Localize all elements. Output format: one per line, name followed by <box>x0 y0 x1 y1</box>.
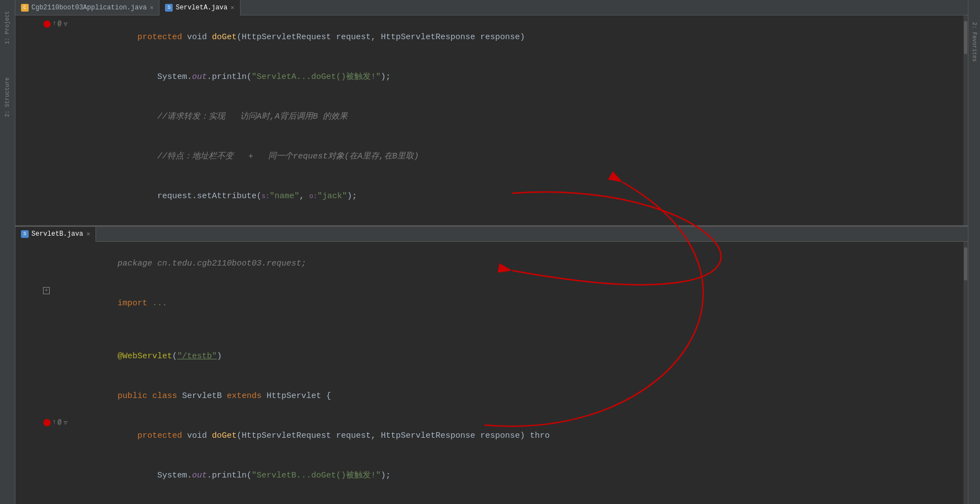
method-doget-1: doGet <box>212 33 237 42</box>
code-area-bottom: package cn.tedu.cgb2110boot03.request; +… <box>15 242 968 504</box>
tab-servleta-label: ServletA.java <box>175 4 227 12</box>
fold-marker-b2[interactable]: + <box>43 287 50 294</box>
code-close-1: ) <box>520 33 525 42</box>
tab-servletb-close[interactable]: ✕ <box>87 230 90 237</box>
code-space-b6: void <box>182 431 212 441</box>
out-keyword-b7: out <box>192 471 207 480</box>
servletb-file-icon: S <box>21 230 29 238</box>
tab-servleta-close[interactable]: ✕ <box>231 4 235 11</box>
code-paren-b6: (HttpServletRequest <box>237 431 336 441</box>
code-httpservlet-b5: HttpServlet { <box>267 391 331 401</box>
line-1: ⬤ ↑ @ ▽ protected void doGet(HttpServlet… <box>15 18 968 57</box>
code-indent-b6 <box>118 431 137 441</box>
code-close-b4: ) <box>217 352 222 361</box>
line-code-b4: @WebServlet("/testb") <box>68 337 963 376</box>
classname-b5: ServletB <box>182 391 227 401</box>
code-system-2: System. <box>118 72 192 82</box>
line-code-4: //特点：地址栏不变 + 同一个request对象(在A里存,在B里取) <box>68 137 963 177</box>
fold-icon-1[interactable]: ▽ <box>63 20 67 28</box>
import-ellipsis-b2: ... <box>152 299 167 308</box>
line-code-b2: import ... <box>68 284 963 323</box>
servleta-file-icon: S <box>165 4 173 12</box>
param-s-5: s: <box>262 193 269 200</box>
code-request-5: request.setAttribute( <box>118 192 262 201</box>
annotation-val-b4: "/testb" <box>177 352 217 361</box>
java-file-icon: C <box>21 4 29 12</box>
line-icons-b2: + <box>43 287 68 294</box>
method-doget-b6: doGet <box>212 431 237 441</box>
line-code-5: request.setAttribute(s:"name", o:"jack")… <box>68 177 963 216</box>
line-b6: ⬤ ↑ @ ▽ protected void doGet(HttpServlet… <box>15 416 968 456</box>
scrollbar-bottom[interactable] <box>963 242 968 504</box>
pane-divider <box>15 225 968 227</box>
param-response-1: response <box>480 33 520 42</box>
code-package-b1: package cn.tedu.cgb2110boot03.request; <box>118 259 306 268</box>
fold-icon-b6[interactable]: ▽ <box>63 419 67 426</box>
tab-cgb-application[interactable]: C Cgb2110boot03Application.java ✕ <box>15 0 159 15</box>
run-icon-b6[interactable]: ↑ <box>52 418 56 426</box>
string-jack-5: "jack" <box>317 192 347 201</box>
code-close-2: ); <box>381 72 391 82</box>
kw-class-b5: class <box>152 391 182 401</box>
code-paren-1: (HttpServletRequest <box>237 33 336 42</box>
line-code-b8: //获取A中存好的数据 <box>68 496 963 504</box>
line-2: System.out.println("ServletA...doGet()被触… <box>15 57 968 97</box>
scrollbar-thumb-top <box>964 21 967 54</box>
sidebar-label-favorites[interactable]: 2: Favorites <box>971 22 977 62</box>
string-servletb-b7: "ServletB...doGet()被触发!" <box>252 471 381 480</box>
breakpoint-b6[interactable]: ⬤ <box>43 418 51 427</box>
tab-servlet-b[interactable]: S ServletB.java ✕ <box>15 226 96 242</box>
kw-protected-b6: protected <box>137 431 182 441</box>
tab-servlet-a[interactable]: S ServletA.java ✕ <box>159 0 240 15</box>
left-sidebar: 1: Project 2: Structure <box>0 0 15 504</box>
scrollbar-top[interactable] <box>963 15 968 226</box>
param-request-1: request <box>336 33 371 42</box>
scrollbar-thumb-bottom <box>964 247 967 280</box>
line-b2: + import ... <box>15 284 968 323</box>
tab-cgb-label: Cgb2110boot03Application.java <box>31 4 147 12</box>
code-comma-b6: , HttpServletResponse <box>371 431 480 441</box>
code-println-2: .println( <box>207 72 252 82</box>
kw-import-b2: import <box>118 299 152 308</box>
line-b8: //获取A中存好的数据 <box>15 496 968 504</box>
run-icon-1[interactable]: ↑ <box>52 20 56 28</box>
right-sidebar: 2: Favorites <box>968 0 980 504</box>
editor-area: C Cgb2110boot03Application.java ✕ S Serv… <box>15 0 968 504</box>
comment-4: //特点：地址栏不变 + 同一个request对象(在A里存,在B里取) <box>118 152 419 161</box>
sidebar-label-structure[interactable]: 2: Structure <box>4 77 10 117</box>
kw-protected-1: protected <box>137 33 182 42</box>
code-close-5: ); <box>347 192 357 201</box>
code-comma-1: , HttpServletResponse <box>371 33 480 42</box>
at-icon-b6: @ <box>57 418 61 426</box>
code-thro-b6: ) thro <box>520 431 550 441</box>
code-space: void <box>182 33 212 42</box>
line-4: //特点：地址栏不变 + 同一个request对象(在A里存,在B里取) <box>15 137 968 177</box>
sidebar-label-project[interactable]: 1: Project <box>4 11 10 44</box>
line-b5: public class ServletB extends HttpServle… <box>15 376 968 416</box>
code-indent <box>118 33 137 42</box>
line-code-2: System.out.println("ServletA...doGet()被触… <box>68 57 963 97</box>
pane-bottom: S ServletB.java ✕ package cn.tedu.cgb211… <box>15 226 968 504</box>
line-icons-b6: ⬤ ↑ @ ▽ <box>43 418 68 427</box>
code-area-top: ⬤ ↑ @ ▽ protected void doGet(HttpServlet… <box>15 15 968 226</box>
out-keyword-2: out <box>192 72 207 82</box>
annotation-webservlet-b4: @WebServlet <box>118 352 172 361</box>
tab-servletb-label: ServletB.java <box>31 230 83 238</box>
line-icons-1: ⬤ ↑ @ ▽ <box>43 19 68 28</box>
line-3: //请求转发：实现 访问A时,A背后调用B 的效果 <box>15 97 968 137</box>
kw-extends-b5: extends <box>227 391 267 401</box>
comment-3: //请求转发：实现 访问A时,A背后调用B 的效果 <box>118 112 348 121</box>
tab-cgb-close[interactable]: ✕ <box>150 4 154 11</box>
code-close-b7: ); <box>381 471 391 480</box>
at-icon-1: @ <box>57 20 61 28</box>
code-println-b7: .println( <box>207 471 252 480</box>
bottom-tab-bar: S ServletB.java ✕ <box>15 226 968 242</box>
breakpoint-run-icon[interactable]: ⬤ <box>43 19 51 28</box>
line-code-3: //请求转发：实现 访问A时,A背后调用B 的效果 <box>68 97 963 137</box>
top-tab-bar: C Cgb2110boot03Application.java ✕ S Serv… <box>15 0 968 15</box>
line-code-b6: protected void doGet(HttpServletRequest … <box>68 416 963 456</box>
kw-public-b5: public <box>118 391 152 401</box>
code-comma-5: , <box>299 192 309 201</box>
line-code-b5: public class ServletB extends HttpServle… <box>68 376 963 416</box>
line-code-1: protected void doGet(HttpServletRequest … <box>68 18 963 57</box>
